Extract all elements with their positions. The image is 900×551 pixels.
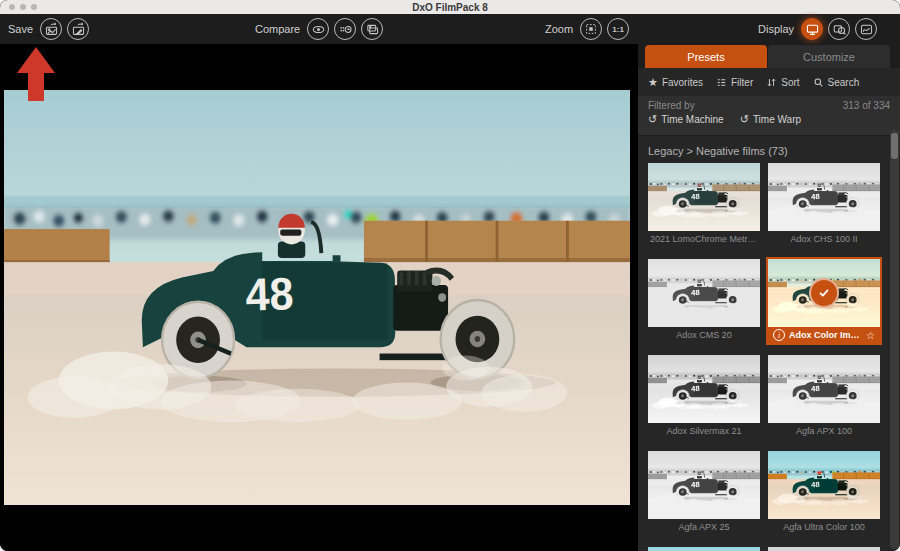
history-icon: ↺	[648, 114, 657, 125]
filter-chip-time-warp[interactable]: ↺ Time Warp	[740, 114, 801, 125]
tab-customize[interactable]: Customize	[768, 45, 890, 68]
main-photo[interactable]	[4, 90, 630, 505]
preset-card[interactable]: Agfa Ultra Color 100	[768, 451, 880, 535]
one-to-one-icon: 1:1	[612, 25, 624, 34]
window-title: DxO FilmPack 8	[412, 2, 488, 13]
preset-name: Adox Silvermax 21	[650, 426, 758, 436]
toolbar: Save Compare	[0, 14, 900, 44]
compare-preview-button[interactable]	[307, 18, 329, 40]
preset-name: Agfa APX 100	[770, 426, 878, 436]
selected-check-icon	[809, 278, 839, 308]
sort-arrows-icon	[766, 77, 777, 88]
compare-split-view-button[interactable]	[334, 18, 356, 40]
zoom-label: Zoom	[545, 23, 573, 35]
annotation-arrow	[17, 47, 57, 101]
preset-name: Adox CHS 100 II	[770, 234, 878, 244]
preset-card[interactable]: Agfa APX 100	[768, 355, 880, 439]
monitor-icon	[805, 22, 820, 37]
preset-name: Adox CMS 20	[650, 330, 758, 340]
app-window: 48 DxO FilmPack 8 Save	[0, 0, 900, 551]
loupe-image-icon	[832, 22, 847, 37]
preset-thumbnail	[768, 259, 880, 327]
filtered-by-label: Filtered by	[648, 100, 695, 111]
preset-favorite-star-icon[interactable]: ☆	[866, 330, 875, 341]
zoom-100-button[interactable]: 1:1	[607, 18, 629, 40]
filter-button[interactable]: Filter	[716, 77, 753, 88]
image-canvas	[0, 44, 638, 551]
preset-grid: 2021 LomoChrome Metropolis 100-... Adox …	[638, 161, 900, 551]
preset-thumbnail	[648, 547, 760, 551]
compare-gallery-button[interactable]	[361, 18, 383, 40]
preset-info-icon[interactable]: i	[773, 329, 785, 341]
preset-name: Agfa Ultra Color 100	[770, 522, 878, 532]
preset-card[interactable]: Agfa APX 25	[648, 451, 760, 535]
close-window-button[interactable]	[9, 4, 15, 10]
display-histogram-button[interactable]	[855, 18, 877, 40]
save-export-button[interactable]	[40, 18, 62, 40]
preset-name: Agfa APX 25	[650, 522, 758, 532]
chip-label: Time Warp	[753, 114, 801, 125]
favorites-star-icon: ★	[648, 77, 658, 88]
minimize-window-button[interactable]	[20, 4, 26, 10]
compare-label: Compare	[255, 23, 300, 35]
filter-label: Filter	[731, 77, 753, 88]
preset-thumbnail	[648, 259, 760, 327]
filtered-by-box: Filtered by 313 of 334 ↺ Time Machine ↺ …	[638, 96, 900, 136]
preset-card[interactable]: 2021 LomoChrome Metropolis 100-...	[648, 163, 760, 247]
titlebar: DxO FilmPack 8	[0, 0, 900, 14]
category-header: Legacy > Negative films (73)	[638, 136, 900, 161]
zoom-fit-button[interactable]	[580, 18, 602, 40]
search-label: Search	[828, 77, 860, 88]
save-label: Save	[8, 23, 33, 35]
fit-screen-icon	[584, 22, 598, 36]
preset-card[interactable]: Adox CMS 20	[648, 259, 760, 343]
search-icon	[813, 77, 824, 88]
preset-card[interactable]: Adox Silvermax 21	[648, 355, 760, 439]
preset-count: 313 of 334	[843, 100, 890, 111]
preset-thumbnail	[768, 163, 880, 231]
preset-thumbnail	[768, 451, 880, 519]
tab-presets[interactable]: Presets	[645, 45, 767, 68]
filter-chip-time-machine[interactable]: ↺ Time Machine	[648, 114, 724, 125]
panel-scrollbar[interactable]	[890, 130, 899, 549]
preset-thumbnail	[648, 355, 760, 423]
panel-tabs: Presets Customize	[638, 44, 900, 68]
sort-button[interactable]: Sort	[766, 77, 799, 88]
filter-bar: ★ Favorites Filter Sort Search	[638, 68, 900, 96]
save-edit-export-button[interactable]	[67, 18, 89, 40]
split-view-icon	[338, 22, 353, 37]
filter-list-icon	[716, 77, 727, 88]
export-image-icon	[44, 22, 59, 37]
history-icon: ↺	[740, 114, 749, 125]
chip-label: Time Machine	[661, 114, 723, 125]
preset-card[interactable]: i Adox Color Implosion ☆	[768, 259, 880, 343]
image-stack-icon	[365, 22, 380, 37]
preset-card[interactable]	[768, 547, 880, 551]
preset-name: Adox Color Implosion	[789, 330, 862, 340]
preset-thumbnail	[768, 355, 880, 423]
preset-thumbnail	[768, 547, 880, 551]
eye-icon	[311, 22, 326, 37]
presets-panel: Presets Customize ★ Favorites Filter Sor…	[638, 44, 900, 551]
favorites-label: Favorites	[662, 77, 703, 88]
display-loupe-button[interactable]	[828, 18, 850, 40]
preset-card[interactable]	[648, 547, 760, 551]
preset-thumbnail	[648, 163, 760, 231]
favorites-button[interactable]: ★ Favorites	[648, 77, 703, 88]
export-edit-icon	[71, 22, 86, 37]
zoom-window-button[interactable]	[31, 4, 37, 10]
preset-name: 2021 LomoChrome Metropolis 100-...	[650, 234, 758, 244]
search-button[interactable]: Search	[813, 77, 860, 88]
preset-card[interactable]: Adox CHS 100 II	[768, 163, 880, 247]
curve-icon	[859, 22, 874, 37]
preset-thumbnail	[648, 451, 760, 519]
sort-label: Sort	[781, 77, 799, 88]
scrollbar-thumb[interactable]	[891, 133, 898, 159]
display-image-button[interactable]	[801, 18, 823, 40]
display-label: Display	[758, 23, 794, 35]
